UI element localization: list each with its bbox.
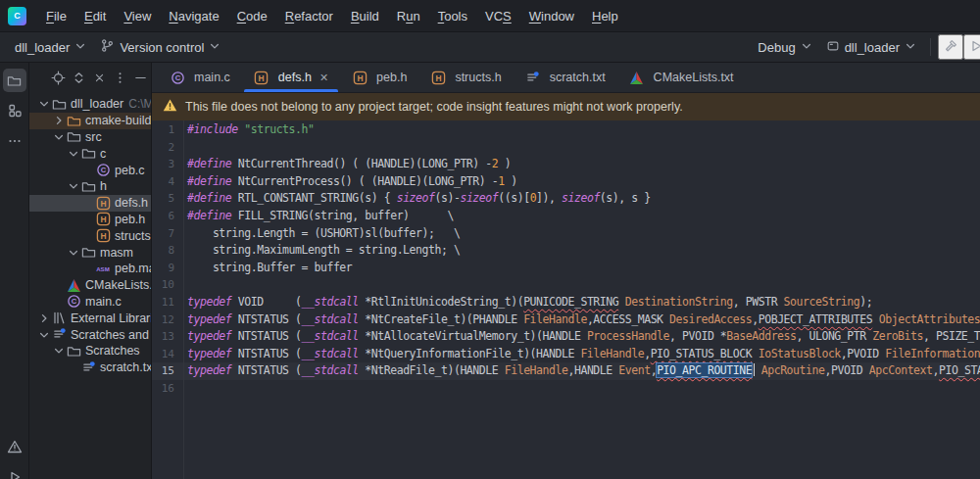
problems-tool-window-icon[interactable] [3, 435, 26, 458]
chevron-right-icon[interactable] [52, 115, 66, 126]
more-tool-windows-icon[interactable] [3, 129, 26, 153]
tree-item-c[interactable]: c [29, 145, 151, 162]
line-number[interactable]: 3 [152, 156, 181, 173]
line-number[interactable]: 1 [152, 121, 181, 139]
menu-code[interactable]: Code [229, 6, 275, 26]
hide-panel-icon[interactable] [131, 70, 149, 87]
project-selector[interactable]: dll_loader [8, 37, 93, 58]
line-number[interactable]: 7 [152, 225, 181, 243]
chevron-down-icon[interactable] [52, 131, 66, 143]
code-line[interactable]: 7 string.Length = (USHORT)sl(buffer); \ [152, 225, 980, 243]
chevron-right-icon[interactable] [37, 312, 51, 324]
tree-item-scratches-and-co[interactable]: Scratches and Co [29, 326, 151, 343]
tree-item-label: peb.c [115, 164, 145, 177]
menu-window[interactable]: Window [521, 6, 582, 26]
code-line[interactable]: 12 typedef NTSTATUS (__stdcall *NtCreate… [152, 311, 980, 329]
tree-item-main-c[interactable]: C main.c [29, 294, 151, 311]
menu-navigate[interactable]: Navigate [161, 6, 226, 26]
expand-collapse-icon[interactable] [70, 70, 87, 87]
code-line[interactable]: 8 string.MaximumLength = string.Length; … [152, 242, 980, 260]
menu-build[interactable]: Build [343, 6, 387, 26]
h-file-icon: H [352, 71, 368, 85]
code-line[interactable]: 5 #define RTL_CONSTANT_STRING(s) { sizeo… [152, 190, 980, 208]
code-line[interactable]: 10 [152, 276, 980, 294]
line-number[interactable]: 5 [152, 190, 181, 208]
collapse-all-icon[interactable] [90, 70, 108, 87]
line-number[interactable]: 13 [152, 328, 181, 346]
tab-cmakelists-txt[interactable]: CMakeLists.txt [617, 63, 746, 92]
tree-item-masm[interactable]: masm [29, 244, 151, 261]
line-number[interactable]: 2 [152, 139, 181, 157]
code-line[interactable]: 6 #define FILL_STRING(string, buffer) \ [152, 208, 980, 225]
tree-item-cmakelists-txt[interactable]: CMakeLists.txt [29, 277, 151, 294]
line-number[interactable]: 14 [152, 346, 181, 363]
tree-item-peb-c[interactable]: C peb.c [29, 162, 151, 178]
code-line[interactable]: 11 typedef VOID (__stdcall *RtlInitUnico… [152, 294, 980, 311]
clion-logo-icon[interactable]: C [8, 7, 26, 25]
chevron-down-icon[interactable] [37, 329, 51, 341]
menu-refactor[interactable]: Refactor [277, 6, 341, 26]
line-number[interactable]: 12 [152, 311, 181, 329]
tab-main-c[interactable]: C main.c [158, 63, 242, 92]
code-line[interactable]: 2 [152, 139, 980, 157]
version-control-widget[interactable]: Version control [93, 35, 227, 59]
code-line[interactable]: 4 #define NtCurrentProcess() ( (HANDLE)(… [152, 173, 980, 191]
code-line[interactable]: 15 typedef NTSTATUS (__stdcall *NtReadFi… [152, 362, 980, 380]
tree-item-scratches[interactable]: Scratches [29, 343, 151, 359]
structure-tool-window-icon[interactable] [3, 99, 26, 122]
tree-item-scratch-txt[interactable]: scratch.txt [29, 359, 151, 376]
line-number[interactable]: 8 [152, 242, 181, 260]
menu-tools[interactable]: Tools [430, 6, 475, 26]
chevron-down-icon[interactable] [52, 345, 66, 357]
chevron-down-icon[interactable] [67, 148, 80, 160]
close-tab-icon[interactable]: ✕ [319, 72, 328, 84]
run-tool-window-icon[interactable] [3, 465, 26, 479]
tree-item-src[interactable]: src [29, 129, 151, 146]
line-number[interactable]: 11 [152, 294, 181, 311]
menu-help[interactable]: Help [584, 6, 626, 26]
run-config-selector[interactable]: dll_loader [819, 36, 923, 59]
tree-item-dll-loader[interactable]: dll_loaderC:\Mal [29, 96, 151, 113]
run-mode-selector[interactable]: Debug [751, 37, 818, 58]
line-number[interactable]: 15 [152, 362, 181, 380]
tree-item-defs-h[interactable]: H defs.h [29, 195, 151, 212]
code-line[interactable]: 13 typedef NTSTATUS (__stdcall *NtAlloca… [152, 328, 980, 346]
svg-text:H: H [435, 72, 441, 82]
tree-item-peb-h[interactable]: H peb.h [29, 212, 151, 228]
line-number[interactable]: 16 [152, 380, 181, 398]
locate-file-icon[interactable] [49, 70, 67, 87]
line-number[interactable]: 4 [152, 173, 181, 191]
tree-item-h[interactable]: h [29, 178, 151, 195]
build-button[interactable] [938, 34, 963, 60]
code-line[interactable]: 16 [152, 380, 980, 398]
line-number[interactable]: 9 [152, 260, 181, 277]
asm-file-icon: ASM [95, 262, 111, 276]
tree-item-peb-mas[interactable]: ASM peb.mas [29, 261, 151, 277]
chevron-down-icon[interactable] [67, 247, 80, 259]
tree-item-cmake-build-d[interactable]: cmake-build-d [29, 113, 151, 129]
code-line[interactable]: 3 #define NtCurrentThread() ( (HANDLE)(L… [152, 156, 980, 173]
code-line[interactable]: 1 #include "structs.h" [152, 121, 980, 139]
chevron-down-icon[interactable] [67, 180, 80, 192]
menu-view[interactable]: View [116, 6, 159, 26]
tab-peb-h[interactable]: H peb.h [340, 63, 418, 92]
menu-run[interactable]: Run [389, 6, 428, 26]
chevron-down-icon[interactable] [37, 98, 51, 110]
tree-item-label: External Libraries [71, 311, 151, 325]
code-editor[interactable]: 1 #include "structs.h" 2 3 #define NtCur… [152, 120, 980, 479]
code-line[interactable]: 9 string.Buffer = buffer [152, 260, 980, 277]
line-number[interactable]: 6 [152, 208, 181, 225]
menu-vcs[interactable]: VCS [477, 6, 519, 26]
tab-scratch-txt[interactable]: scratch.txt [514, 63, 617, 92]
code-line[interactable]: 14 typedef NTSTATUS (__stdcall *NtQueryI… [152, 346, 980, 363]
line-number[interactable]: 10 [152, 276, 181, 294]
project-tool-window-icon[interactable] [3, 69, 26, 92]
panel-options-icon[interactable] [111, 70, 128, 87]
tab-defs-h[interactable]: H defs.h ✕ [242, 63, 340, 92]
tree-item-external-libraries[interactable]: External Libraries [29, 310, 151, 326]
menu-file[interactable]: File [38, 6, 74, 26]
menu-edit[interactable]: Edit [76, 6, 114, 26]
tree-item-structs-h[interactable]: H structs.h [29, 227, 151, 244]
run-button[interactable] [963, 34, 980, 60]
tab-structs-h[interactable]: H structs.h [418, 63, 513, 92]
